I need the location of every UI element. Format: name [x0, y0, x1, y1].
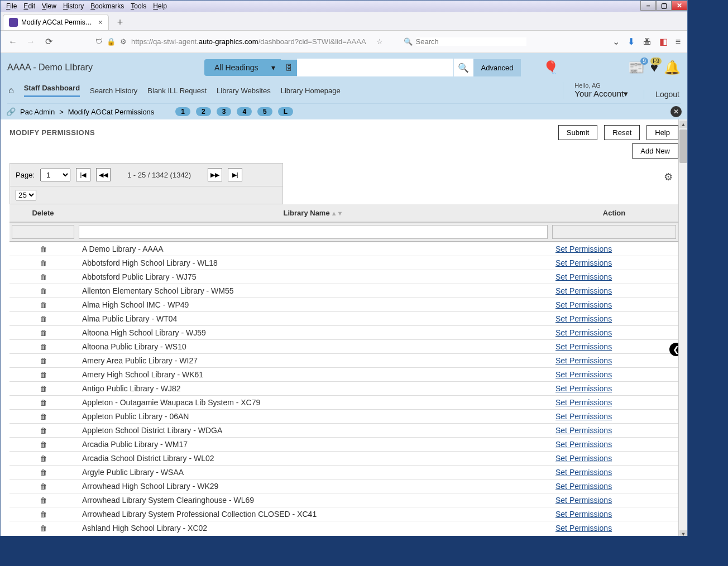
extension-icon[interactable]: ◧ [659, 36, 668, 47]
trash-icon[interactable]: 🗑 [40, 259, 47, 267]
browser-tab[interactable]: Modify AGCat Permissions | ST × [3, 14, 109, 30]
catalog-search-button[interactable]: 🔍 [453, 59, 473, 76]
add-new-button[interactable]: Add New [632, 143, 678, 159]
set-permissions-link[interactable]: Set Permissions [555, 454, 612, 463]
history-bubble[interactable]: 2 [196, 107, 211, 116]
history-bubble[interactable]: 1 [175, 107, 190, 116]
trash-icon[interactable]: 🗑 [40, 385, 47, 393]
set-permissions-link[interactable]: Set Permissions [555, 482, 612, 491]
downloads-icon[interactable]: ⬇ [628, 36, 635, 47]
account-dropdown[interactable]: Hello, AG Your Account▾ [574, 82, 628, 99]
headings-dropdown[interactable]: All Headings [204, 59, 281, 76]
next-page-button[interactable]: ▶▶ [208, 168, 222, 181]
filter-delete[interactable] [12, 225, 74, 239]
scroll-thumb[interactable] [679, 129, 687, 163]
trash-icon[interactable]: 🗑 [40, 245, 47, 253]
back-button[interactable]: ← [7, 36, 18, 47]
filter-library-name[interactable] [79, 225, 548, 239]
maximize-button[interactable]: ▢ [656, 1, 672, 11]
set-permissions-link[interactable]: Set Permissions [555, 272, 612, 281]
browser-search[interactable]: 🔍 [401, 35, 529, 49]
first-page-button[interactable]: |◀ [76, 168, 90, 181]
balloon-icon[interactable]: 🎈 [543, 60, 558, 75]
forward-button[interactable]: → [25, 36, 36, 47]
menu-history[interactable]: History [60, 2, 87, 11]
scroll-up-icon[interactable]: ▲ [679, 121, 687, 128]
set-permissions-link[interactable]: Set Permissions [555, 496, 612, 505]
set-permissions-link[interactable]: Set Permissions [555, 398, 612, 407]
site-settings-icon[interactable]: ⚙ [119, 37, 128, 46]
database-icon[interactable]: 🗄 [281, 60, 297, 76]
set-permissions-link[interactable]: Set Permissions [555, 426, 612, 435]
browser-search-input[interactable] [416, 37, 526, 46]
set-permissions-link[interactable]: Set Permissions [555, 524, 612, 533]
menu-file[interactable]: File [3, 2, 20, 11]
set-permissions-link[interactable]: Set Permissions [555, 244, 612, 253]
trash-icon[interactable]: 🗑 [40, 399, 47, 407]
history-bubble[interactable]: 5 [257, 107, 272, 116]
set-permissions-link[interactable]: Set Permissions [555, 314, 612, 323]
trash-icon[interactable]: 🗑 [40, 412, 47, 421]
history-bubble[interactable]: 3 [217, 107, 232, 116]
last-page-button[interactable]: ▶| [228, 168, 242, 181]
pocket-icon[interactable]: ⌄ [612, 36, 620, 47]
set-permissions-link[interactable]: Set Permissions [555, 342, 612, 351]
lock-icon[interactable]: 🔒 [107, 37, 116, 46]
trash-icon[interactable]: 🗑 [40, 524, 47, 533]
help-button[interactable]: Help [646, 125, 678, 140]
page-select[interactable]: 1 [40, 169, 70, 181]
trash-icon[interactable]: 🗑 [40, 315, 47, 323]
advanced-search-button[interactable]: Advanced [473, 59, 521, 76]
history-bubble[interactable]: 4 [237, 107, 252, 116]
trash-icon[interactable]: 🗑 [40, 496, 47, 505]
menu-bookmarks[interactable]: Bookmarks [87, 2, 127, 11]
page-size-select[interactable]: 25 [16, 190, 36, 200]
trash-icon[interactable]: 🗑 [40, 482, 47, 491]
menu-view[interactable]: View [39, 2, 60, 11]
nav-library-homepage[interactable]: Library Homepage [281, 87, 341, 95]
catalog-search-input[interactable] [297, 59, 453, 76]
trash-icon[interactable]: 🗑 [40, 357, 47, 365]
new-tab-button[interactable]: + [112, 15, 128, 30]
filter-action[interactable] [552, 225, 676, 239]
shield-icon[interactable]: 🛡 [94, 37, 103, 46]
trash-icon[interactable]: 🗑 [40, 273, 47, 281]
col-library-name[interactable]: Library Name▲▼ [76, 204, 550, 222]
set-permissions-link[interactable]: Set Permissions [555, 300, 612, 309]
trash-icon[interactable]: 🗑 [40, 301, 47, 309]
trash-icon[interactable]: 🗑 [40, 454, 47, 463]
set-permissions-link[interactable]: Set Permissions [555, 286, 612, 295]
set-permissions-link[interactable]: Set Permissions [555, 328, 612, 337]
set-permissions-link[interactable]: Set Permissions [555, 370, 612, 379]
vertical-scrollbar[interactable]: ▲ ▼ [678, 119, 687, 536]
close-panel-icon[interactable]: ✕ [670, 106, 682, 117]
menu-tools[interactable]: Tools [127, 2, 150, 11]
news-icon[interactable]: 📰9 [628, 60, 645, 75]
set-permissions-link[interactable]: Set Permissions [555, 510, 612, 519]
trash-icon[interactable]: 🗑 [40, 426, 47, 435]
trash-icon[interactable]: 🗑 [40, 329, 47, 337]
trash-icon[interactable]: 🗑 [40, 440, 47, 449]
bookmark-star-icon[interactable]: ☆ [376, 37, 383, 46]
nav-library-websites[interactable]: Library Websites [217, 87, 271, 95]
submit-button[interactable]: Submit [558, 125, 597, 140]
breadcrumb-root[interactable]: Pac Admin [20, 108, 55, 116]
trash-icon[interactable]: 🗑 [40, 510, 47, 519]
hamburger-icon[interactable]: ≡ [676, 37, 681, 47]
tab-close-icon[interactable]: × [98, 18, 103, 27]
nav-search-history[interactable]: Search History [90, 87, 137, 95]
close-window-button[interactable]: ✕ [672, 1, 687, 11]
nav-blank-ill[interactable]: Blank ILL Request [147, 87, 207, 95]
minimize-button[interactable]: – [640, 1, 656, 11]
favorites-icon[interactable]: ♥F9 [650, 60, 658, 75]
set-permissions-link[interactable]: Set Permissions [555, 468, 612, 477]
nav-staff-dashboard[interactable]: Staff Dashboard [24, 84, 80, 97]
set-permissions-link[interactable]: Set Permissions [555, 412, 612, 421]
set-permissions-link[interactable]: Set Permissions [555, 258, 612, 267]
bell-icon[interactable]: 🔔 [664, 60, 681, 75]
url-display[interactable]: https://qa-stwi-agent.auto-graphics.com/… [131, 37, 366, 46]
set-permissions-link[interactable]: Set Permissions [555, 356, 612, 365]
trash-icon[interactable]: 🗑 [40, 468, 47, 477]
grid-settings-icon[interactable]: ⚙ [664, 171, 673, 183]
home-icon[interactable]: ⌂ [8, 85, 14, 95]
